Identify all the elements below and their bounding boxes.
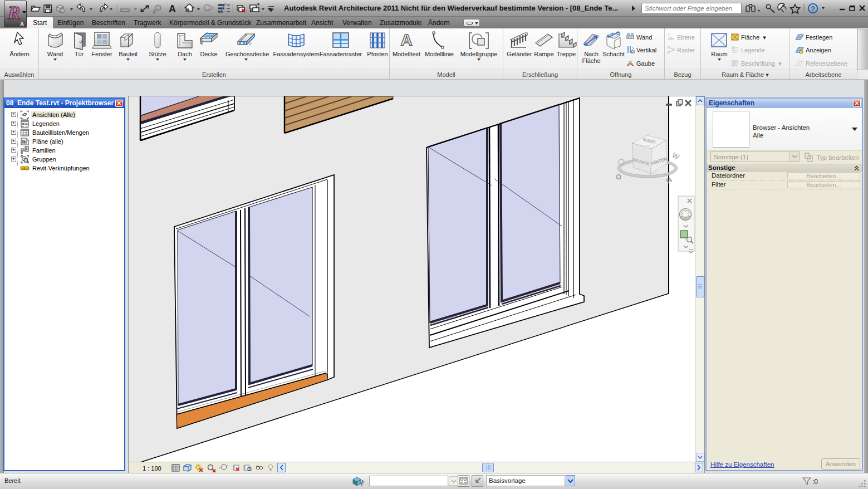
svg-text:A: A xyxy=(400,31,413,49)
svg-text:1: 1 xyxy=(157,5,160,10)
svg-text:A: A xyxy=(20,21,24,27)
svg-text::0: :0 xyxy=(812,478,818,486)
svg-text:O: O xyxy=(616,173,621,181)
svg-text:A: A xyxy=(169,3,176,14)
svg-text:?: ? xyxy=(811,5,815,13)
svg-text:1: 1 xyxy=(668,33,670,37)
svg-text:R: R xyxy=(7,2,21,23)
